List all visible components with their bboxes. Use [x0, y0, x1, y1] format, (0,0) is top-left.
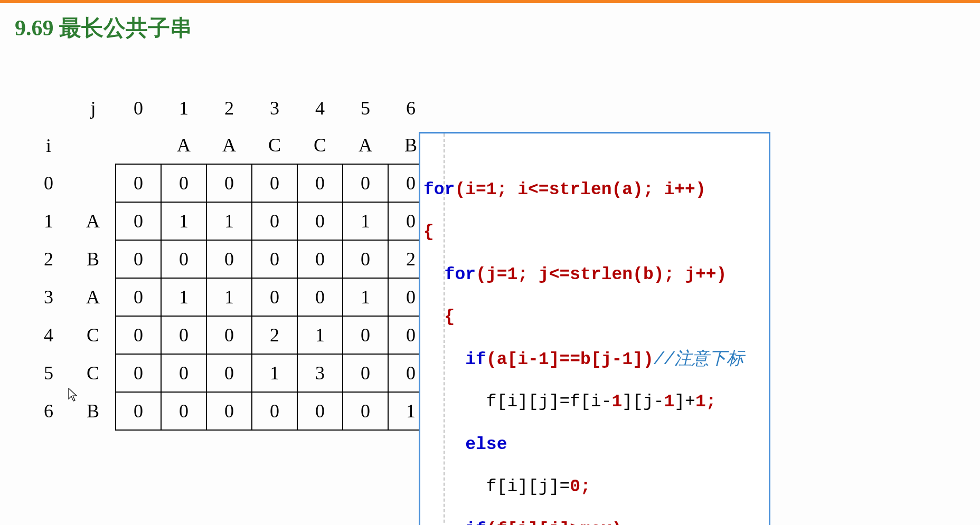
table-row: 1 A 0 1 1 0 0 1 0: [26, 202, 434, 240]
row-char: A: [71, 278, 116, 316]
cell: 0: [343, 240, 388, 278]
col-char: A: [161, 127, 206, 164]
cell: 1: [297, 316, 343, 354]
code-text: ;: [580, 477, 591, 497]
row-index: 4: [26, 316, 71, 354]
table-row: 5 C 0 0 0 1 3 0 0: [26, 354, 434, 392]
code-text: (a[i-: [486, 350, 539, 369]
row-char: B: [71, 240, 116, 278]
cell: 1: [206, 202, 252, 240]
cell: 0: [252, 240, 297, 278]
cell: 0: [116, 392, 161, 430]
row-index: 3: [26, 278, 71, 316]
row-char: C: [71, 354, 116, 392]
page-title: 9.69 最长公共子串: [15, 13, 192, 43]
code-text: ][j-: [622, 392, 664, 412]
cell: 0: [206, 392, 252, 430]
code-margin-guide: [444, 133, 445, 525]
cell: 0: [161, 240, 206, 278]
brace: {: [445, 307, 455, 327]
cell: 0: [206, 240, 252, 278]
row-index: 6: [26, 392, 71, 430]
dp-table-wrap: j 0 1 2 3 4 5 6 i A A C C A B: [26, 90, 434, 431]
cell: 0: [252, 164, 297, 202]
code-text: ; j<=strlen(b); j++): [517, 265, 727, 284]
col-index: 1: [161, 90, 206, 127]
kw-else: else: [465, 435, 507, 454]
row-char: C: [71, 316, 116, 354]
code-text: (i=: [455, 180, 486, 199]
cell: 0: [161, 354, 206, 392]
kw-for: for: [445, 265, 476, 284]
code-text: ]): [633, 350, 654, 369]
cell: 0: [343, 164, 388, 202]
cell: 0: [206, 164, 252, 202]
code-text: ; i<=strlen(a); i++): [497, 180, 706, 199]
cell: 1: [252, 354, 297, 392]
row-char: [71, 164, 116, 202]
cell: 0: [297, 164, 343, 202]
cell: 2: [252, 316, 297, 354]
col-char: A: [206, 127, 252, 164]
col-index: 2: [206, 90, 252, 127]
row-index: 5: [26, 354, 71, 392]
cell: 3: [297, 354, 343, 392]
cell: 1: [343, 202, 388, 240]
table-row: 0 0 0 0 0 0 0 0: [26, 164, 434, 202]
code-text: 1: [539, 350, 549, 369]
col-index: 3: [252, 90, 297, 127]
kw-for: for: [423, 180, 455, 199]
code-comment: //注意下标: [654, 350, 745, 369]
brace: {: [423, 222, 434, 242]
j-label: j: [71, 90, 116, 127]
code-text: (f[i][j]>max): [486, 520, 622, 526]
col-char: C: [252, 127, 297, 164]
cell: 0: [343, 316, 388, 354]
code-line: {: [423, 222, 766, 243]
cell: 0: [116, 240, 161, 278]
code-line: else: [423, 434, 766, 455]
code-text: ]==b[j-: [549, 350, 623, 369]
code-line: {: [423, 307, 766, 328]
code-text: ;: [706, 392, 717, 412]
code-text: 1: [622, 350, 633, 369]
cell: 0: [116, 278, 161, 316]
row-char: A: [71, 202, 116, 240]
cell: 0: [116, 164, 161, 202]
cell: 0: [297, 278, 343, 316]
row-char: B: [71, 392, 116, 430]
code-line: if(f[i][j]>max): [423, 519, 766, 526]
cell: 0: [252, 202, 297, 240]
code-text: f[i][j]=f[i-: [486, 392, 612, 412]
cell: 0: [252, 392, 297, 430]
code-text: 1: [611, 392, 622, 412]
table-row: 3 A 0 1 1 0 0 1 0: [26, 278, 434, 316]
cell: 0: [116, 316, 161, 354]
heading-text: 最长公共子串: [59, 16, 192, 40]
col-char: A: [343, 127, 388, 164]
cell: 0: [252, 278, 297, 316]
i-label: i: [26, 127, 71, 164]
code-line: for(i=1; i<=strlen(a); i++): [423, 179, 766, 201]
code-line: f[i][j]=f[i-1][j-1]+1;: [423, 392, 766, 413]
cell: 1: [343, 278, 388, 316]
code-text: 1: [664, 392, 675, 412]
col-char: C: [297, 127, 343, 164]
code-line: for(j=1; j<=strlen(b); j++): [423, 264, 766, 285]
cell: 0: [116, 202, 161, 240]
kw-if: if: [465, 520, 486, 526]
heading-number: 9.69: [15, 16, 54, 40]
col-index: 0: [116, 90, 161, 127]
cell: 0: [343, 392, 388, 430]
cell: 0: [161, 316, 206, 354]
cell: 0: [343, 354, 388, 392]
code-text: f[i][j]=: [486, 477, 570, 497]
cell: 1: [206, 278, 252, 316]
code-text: 1: [507, 265, 517, 284]
table-row: j 0 1 2 3 4 5 6: [26, 90, 434, 127]
top-accent-bar: [0, 0, 980, 3]
cell: 0: [297, 240, 343, 278]
cell: 0: [206, 354, 252, 392]
code-line: f[i][j]=0;: [423, 476, 766, 498]
cell: 0: [297, 392, 343, 430]
